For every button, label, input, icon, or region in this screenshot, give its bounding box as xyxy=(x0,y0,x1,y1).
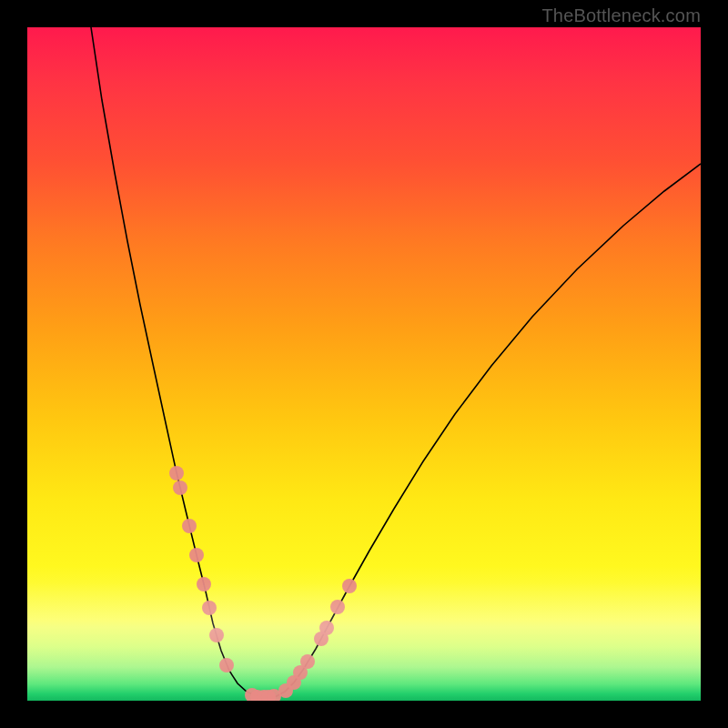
data-marker xyxy=(300,654,315,669)
data-marker xyxy=(330,600,345,614)
data-marker xyxy=(342,579,357,593)
data-marker xyxy=(202,601,217,615)
data-marker xyxy=(219,658,234,672)
bottleneck-curve-left xyxy=(91,27,257,696)
data-marker xyxy=(173,480,187,495)
data-marker xyxy=(189,548,204,562)
data-marker xyxy=(319,621,334,635)
plot-area xyxy=(27,27,701,701)
chart-svg xyxy=(27,27,701,701)
data-marker xyxy=(197,577,211,592)
marker-group-right xyxy=(278,579,357,698)
attribution-text: TheBottleneck.com xyxy=(541,5,701,26)
data-marker xyxy=(182,519,197,533)
data-marker xyxy=(169,466,184,480)
marker-group-bottom xyxy=(245,688,281,701)
data-marker xyxy=(209,628,224,642)
bottleneck-curve-right xyxy=(277,164,701,696)
marker-group-left xyxy=(169,466,234,672)
chart-frame: TheBottleneck.com xyxy=(0,0,728,728)
